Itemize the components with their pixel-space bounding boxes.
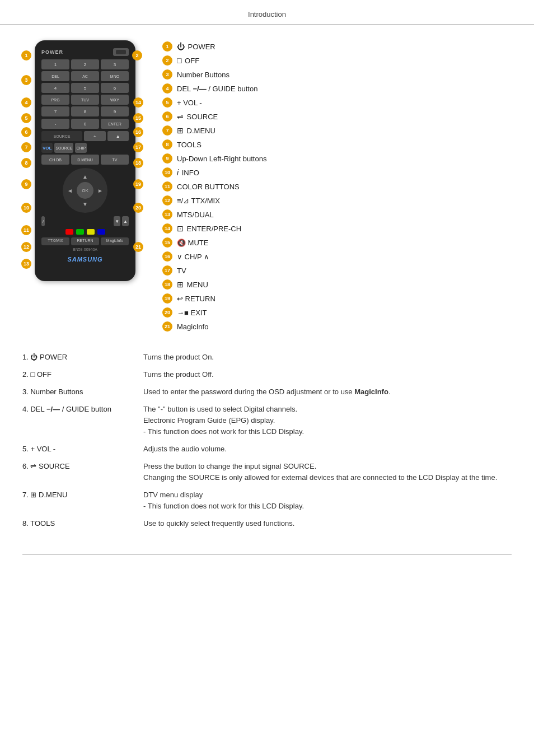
item-text-16: ∨ CH/P ∧ <box>177 253 209 261</box>
numpad: 1 2 3 DEL AC MNO 4 5 6 PRG TUV WXY <box>41 59 129 116</box>
desc-value-1: Turns the product On. <box>134 348 512 366</box>
item-text-9: Up-Down Left-Right buttons <box>177 155 266 163</box>
item-badge-18: 18 <box>162 279 172 290</box>
off-button <box>113 48 129 56</box>
item-text-8: TOOLS <box>177 141 202 149</box>
item-badge-1: 1 <box>162 41 172 52</box>
badge-3: 3 <box>21 75 31 85</box>
item-badge-5: 5 <box>162 97 172 108</box>
nav-right[interactable]: ► <box>97 188 103 194</box>
btn-dmenu[interactable]: D.MENU <box>71 155 99 165</box>
desc-value-7-p1: DTV menu display <box>143 491 512 499</box>
btn-9[interactable]: 9 <box>101 106 129 116</box>
color-buttons <box>41 229 129 235</box>
desc-value-8-p1: Use to quickly select frequently used fu… <box>143 519 512 528</box>
desc-value-4: The "-" button is used to select Digital… <box>134 400 512 440</box>
btn-source-btn[interactable]: SOURCE <box>54 143 73 153</box>
btn-8[interactable]: 8 <box>71 106 99 116</box>
btn-ac[interactable]: AC <box>71 71 99 81</box>
btn-5[interactable]: 5 <box>71 83 99 93</box>
item-badge-8: 8 <box>162 139 172 150</box>
desc-num-4: 4. DEL −/— / GUIDE button <box>22 405 111 413</box>
btn-chip[interactable]: CHIP <box>75 143 87 153</box>
vol-row: VOL SOURCE CHIP <box>41 143 129 153</box>
bottom-btns: TTX/MIX RETURN MagicInfo <box>41 237 129 245</box>
color-btn-red[interactable] <box>65 229 73 235</box>
desc-num-6: 6. ⇌ SOURCE <box>22 462 70 470</box>
item-4: 4 DEL −/— / GUIDE button <box>162 82 266 95</box>
btn-wxy[interactable]: WXY <box>101 95 129 105</box>
color-btn-blue[interactable] <box>97 229 105 235</box>
desc-value-6: Press the button to change the input sig… <box>134 458 512 486</box>
item-text-10: i INFO <box>177 168 199 177</box>
desc-value-5-p1: Adjusts the audio volume. <box>143 445 512 453</box>
btn-3[interactable]: 3 <box>101 59 129 69</box>
item-badge-19: 19 <box>162 293 172 304</box>
btn-del[interactable]: DEL <box>41 71 69 81</box>
remote-column: 1 2 3 4 14 5 15 6 16 7 17 8 18 9 19 10 2… <box>22 40 146 333</box>
btn-ch-down[interactable]: ▼ <box>114 216 120 226</box>
desc-value-3-p1: Used to enter the password during the OS… <box>143 388 512 396</box>
desc-label-4: 4. DEL −/— / GUIDE button <box>22 400 134 440</box>
items-section: 1 ⏻ POWER 2 □ OFF 3 Number Buttons 4 DEL… <box>162 40 266 333</box>
color-btn-green[interactable] <box>76 229 84 235</box>
btn-minus[interactable]: - <box>41 119 69 129</box>
btn-prg[interactable]: PRG <box>41 95 69 105</box>
item-12: 12 ≡/⊿ TTX/MIX <box>162 194 266 207</box>
item-badge-3: 3 <box>162 69 172 80</box>
desc-value-4-p3: - This function does not work for this L… <box>143 427 512 436</box>
nav-up[interactable]: ▲ <box>82 174 88 180</box>
desc-num-2: 2. □ OFF <box>22 370 51 379</box>
btn-6[interactable]: 6 <box>101 83 129 93</box>
samsung-logo: SAMSUNG <box>41 256 129 263</box>
desc-value-8: Use to quickly select frequently used fu… <box>134 515 512 532</box>
desc-value-7: DTV menu display - This function does no… <box>134 486 512 515</box>
btn-vol-up[interactable]: + <box>84 131 106 141</box>
item-text-11: COLOR BUTTONS <box>177 183 240 191</box>
item-21: 21 MagicInfo <box>162 320 266 333</box>
numpad-bottom: - 0 ENTER <box>41 119 129 129</box>
desc-value-2: Turns the product Off. <box>134 366 512 383</box>
power-label: POWER <box>41 49 63 55</box>
btn-return[interactable]: RETURN <box>71 237 99 245</box>
btn-7[interactable]: 7 <box>41 106 69 116</box>
btn-4[interactable]: 4 <box>41 83 69 93</box>
color-btn-yellow[interactable] <box>87 229 95 235</box>
nav-ok[interactable]: OK <box>77 182 93 199</box>
btn-magicinfo[interactable]: MagicInfo <box>101 237 129 245</box>
footer-divider <box>22 554 512 555</box>
badge-1: 1 <box>21 50 31 60</box>
item-text-5: + VOL - <box>177 99 202 107</box>
btn-1[interactable]: 1 <box>41 59 69 69</box>
btn-ttxmix[interactable]: TTX/MIX <box>41 237 69 245</box>
nav-down[interactable]: ▼ <box>82 201 88 207</box>
info-row: i ▼ ▲ <box>41 216 129 226</box>
btn-tuv[interactable]: TUV <box>71 95 99 105</box>
nav-left[interactable]: ◄ <box>67 188 73 194</box>
item-13: 13 MTS/DUAL <box>162 208 266 221</box>
btn-ch-db[interactable]: CH DB <box>41 155 69 165</box>
btn-0[interactable]: 0 <box>71 119 99 129</box>
ch-nav: ▼ ▲ <box>114 216 129 226</box>
badge-18: 18 <box>133 158 143 168</box>
desc-num-8: 8. TOOLS <box>22 519 55 528</box>
item-1: 1 ⏻ POWER <box>162 40 266 53</box>
btn-mno[interactable]: MNO <box>101 71 129 81</box>
btn-enter-small[interactable]: ENTER <box>101 119 129 129</box>
badge-8: 8 <box>21 158 31 168</box>
desc-label-7: 7. ⊞ D.MENU <box>22 486 134 515</box>
badge-19: 19 <box>133 179 143 189</box>
item-badge-12: 12 <box>162 195 172 206</box>
btn-vol-info[interactable]: ▲ <box>107 131 129 141</box>
btn-tv[interactable]: TV <box>101 155 129 165</box>
item-18: 18 ⊞ MENU <box>162 278 266 291</box>
badge-17: 17 <box>133 142 143 152</box>
btn-ch-up[interactable]: ▲ <box>122 216 129 226</box>
btn-2[interactable]: 2 <box>71 59 99 69</box>
btn-info[interactable]: i <box>41 216 45 226</box>
item-text-20: →■ EXIT <box>177 309 207 317</box>
item-text-17: TV <box>177 267 186 275</box>
badge-21: 21 <box>133 242 143 252</box>
item-text-6: ⇌ SOURCE <box>177 112 218 121</box>
item-badge-20: 20 <box>162 307 172 318</box>
